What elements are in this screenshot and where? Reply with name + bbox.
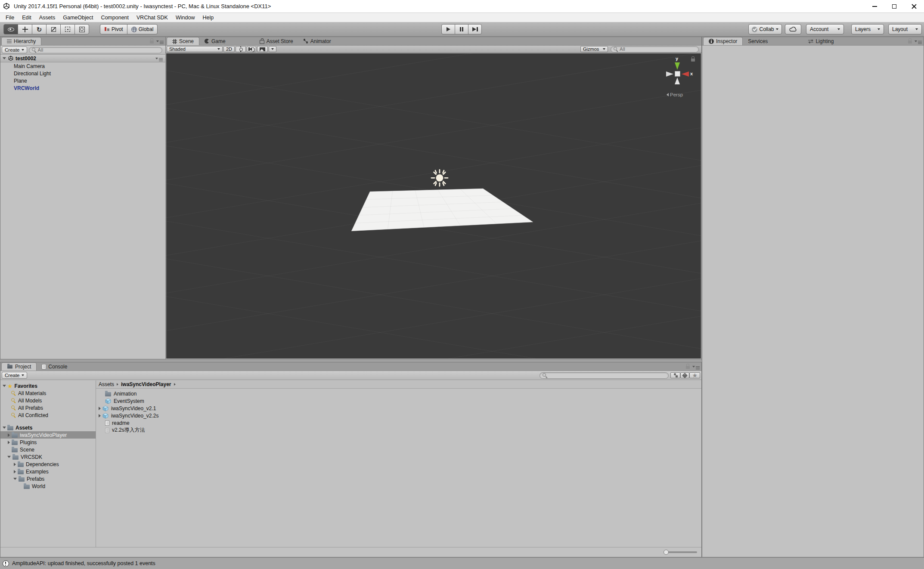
expander-right-icon[interactable] — [99, 407, 101, 410]
tab-scene[interactable]: Scene — [167, 37, 199, 45]
rect-tool-button[interactable] — [60, 24, 75, 34]
project-create-button[interactable]: Create — [2, 372, 27, 379]
assets-root-row[interactable]: Assets — [0, 424, 96, 431]
tree-item-vrcsdk[interactable]: VRCSDK — [0, 453, 96, 461]
layout-dropdown[interactable]: Layout — [888, 24, 922, 34]
expander-right-icon[interactable] — [99, 414, 101, 417]
asset-animation[interactable]: Animation — [96, 390, 701, 397]
axis-x-cone[interactable] — [682, 71, 689, 77]
transform-tool-button[interactable] — [74, 24, 89, 34]
menu-edit[interactable]: Edit — [18, 13, 35, 22]
project-search-input[interactable] — [540, 372, 669, 379]
tree-item-scene[interactable]: Scene — [0, 446, 96, 453]
hierarchy-item-main-camera[interactable]: Main Camera — [0, 62, 165, 70]
collab-button[interactable]: Collab — [748, 24, 782, 34]
lock-icon[interactable] — [686, 366, 690, 369]
expander-right-icon[interactable] — [14, 463, 16, 466]
search-by-type-button[interactable] — [670, 372, 680, 378]
layers-dropdown[interactable]: Layers — [851, 24, 884, 34]
view-tool-button[interactable] — [3, 24, 18, 34]
scene-audio-toggle[interactable] — [247, 46, 256, 52]
hierarchy-item-directional-light[interactable]: Directional Light — [0, 70, 165, 77]
account-dropdown[interactable]: Account — [806, 24, 844, 34]
tree-item-dependencies[interactable]: Dependencies — [0, 461, 96, 468]
expander-down-icon[interactable] — [3, 385, 6, 387]
cloud-button[interactable] — [785, 24, 801, 34]
panel-menu-icon[interactable] — [692, 366, 700, 368]
panel-menu-icon[interactable] — [915, 40, 922, 42]
scene-search-input[interactable]: All — [611, 46, 699, 53]
lock-icon[interactable] — [908, 40, 912, 43]
breadcrumb-current-folder[interactable]: iwaSyncVideoPlayer — [121, 381, 171, 387]
play-button[interactable] — [441, 24, 455, 34]
directional-light-gizmo[interactable] — [431, 170, 448, 186]
hierarchy-create-button[interactable]: Create — [2, 46, 27, 53]
menu-component[interactable]: Component — [97, 13, 133, 22]
menu-window[interactable]: Window — [172, 13, 198, 22]
tab-project[interactable]: Project — [1, 362, 37, 371]
favorites-filter-button[interactable]: ★ — [689, 372, 700, 378]
axis-z-cone[interactable] — [666, 71, 673, 77]
tree-item-iwasyncvideoplayer[interactable]: iwaSyncVideoPlayer — [0, 431, 96, 439]
asset-iwasyncvideo-v2-1[interactable]: iwaSyncVideo_v2.1 — [96, 405, 701, 412]
asset-readme[interactable]: readme — [96, 419, 701, 427]
2d-toggle-button[interactable]: 2D — [223, 46, 235, 52]
status-bar[interactable]: AmplitudeAPI: upload finished, successfu… — [0, 557, 924, 569]
axis-bottom-cone[interactable] — [675, 77, 680, 84]
pause-button[interactable] — [455, 24, 468, 34]
lock-icon[interactable] — [150, 40, 154, 43]
pivot-toggle-button[interactable]: Pivot — [100, 24, 127, 34]
thumbnail-zoom-slider[interactable] — [664, 551, 697, 553]
expander-right-icon[interactable] — [8, 433, 10, 437]
expander-right-icon[interactable] — [14, 470, 16, 473]
scene-lock-icon[interactable] — [691, 59, 695, 62]
tree-item-examples[interactable]: Examples — [0, 468, 96, 475]
expander-down-icon[interactable] — [3, 427, 6, 429]
expander-down-icon[interactable] — [3, 57, 6, 59]
menu-file[interactable]: File — [2, 13, 18, 22]
tree-item-world[interactable]: World — [0, 482, 96, 490]
hierarchy-search-input[interactable]: All — [29, 47, 162, 53]
hierarchy-item-plane[interactable]: Plane — [0, 77, 165, 84]
tab-console[interactable]: Console — [37, 362, 72, 371]
tree-item-plugins[interactable]: Plugins — [0, 439, 96, 446]
tab-lighting[interactable]: Lighting — [803, 37, 839, 45]
rotate-tool-button[interactable]: ↻ — [32, 24, 47, 34]
favorites-all-prefabs[interactable]: All Prefabs — [0, 404, 96, 411]
tab-asset-store[interactable]: Asset Store — [254, 37, 298, 45]
favorites-root-row[interactable]: ★ Favorites — [0, 382, 96, 390]
close-button[interactable] — [904, 0, 924, 13]
menu-gameobject[interactable]: GameObject — [59, 13, 97, 22]
expander-right-icon[interactable] — [8, 441, 10, 444]
tab-hierarchy[interactable]: Hierarchy — [1, 37, 41, 45]
tab-inspector[interactable]: Inspector — [703, 37, 743, 45]
menu-assets[interactable]: Assets — [35, 13, 59, 22]
tab-game[interactable]: Game — [199, 37, 231, 45]
shading-mode-dropdown[interactable]: Shaded — [167, 46, 223, 52]
menu-vrchat-sdk[interactable]: VRChat SDK — [133, 13, 172, 22]
menu-help[interactable]: Help — [198, 13, 217, 22]
projection-toggle[interactable]: Persp — [667, 92, 683, 97]
favorites-all-models[interactable]: All Models — [0, 397, 96, 404]
tree-item-prefabs[interactable]: Prefabs — [0, 475, 96, 482]
scale-tool-button[interactable] — [46, 24, 61, 34]
breadcrumb-assets[interactable]: Assets — [99, 381, 114, 387]
hierarchy-item-vrcworld[interactable]: VRCWorld — [0, 84, 165, 92]
scene-effects-button[interactable] — [257, 46, 268, 52]
favorites-all-materials[interactable]: All Materials — [0, 390, 96, 397]
move-tool-button[interactable] — [18, 24, 32, 34]
expander-down-icon[interactable] — [13, 478, 17, 480]
favorites-all-conflicted[interactable]: All Conflicted — [0, 411, 96, 419]
slider-thumb[interactable] — [664, 550, 669, 555]
scene-effects-dropdown[interactable] — [269, 46, 276, 52]
asset-iwasyncvideo-v2-2s[interactable]: iwaSyncVideo_v2.2s — [96, 412, 701, 419]
scene-menu-icon[interactable] — [155, 58, 163, 59]
expander-down-icon[interactable] — [7, 456, 11, 458]
hierarchy-scene-root-row[interactable]: test0002 — [0, 55, 165, 62]
step-button[interactable] — [468, 24, 482, 34]
gizmos-dropdown[interactable]: Gizmos — [580, 46, 608, 52]
global-toggle-button[interactable]: Global — [127, 24, 158, 34]
asset-v22s-guide[interactable]: v2.2s導入方法 — [96, 427, 701, 434]
scene-orientation-gizmo[interactable]: y x Persp — [663, 57, 699, 100]
axis-center-cube[interactable] — [675, 71, 680, 77]
